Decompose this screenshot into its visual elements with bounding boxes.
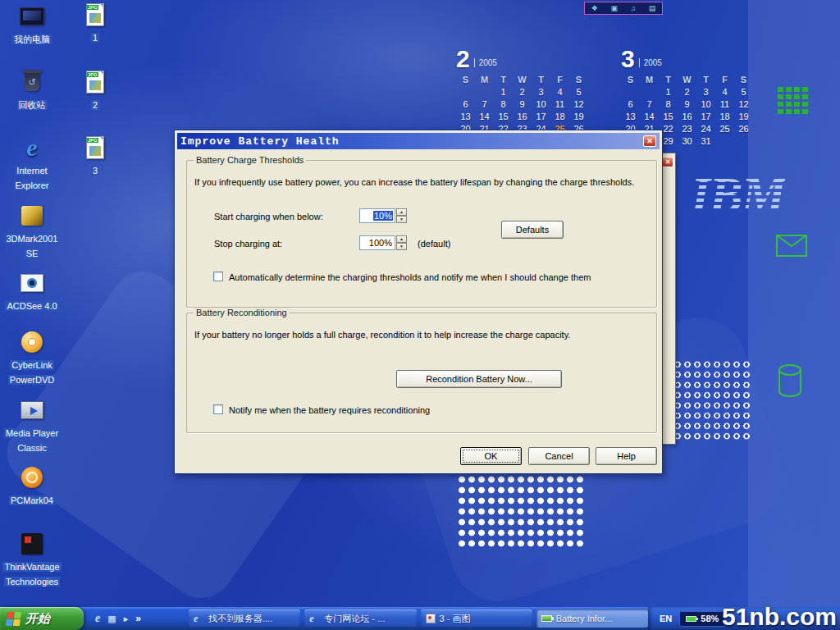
close-icon[interactable]: ✕ [662,157,673,167]
marker-icon[interactable]: ❖ [591,3,598,14]
calendar-weekday: M [475,75,494,84]
reconditioning-description: If your battery no longer holds a full c… [194,330,570,340]
calendar-weekday: T [659,75,678,84]
calendar-date: 6 [456,99,475,109]
desktop-icon-acdsee[interactable]: ACDSee 4.0 [1,270,63,313]
taskbar-task[interactable]: 专门网论坛 - ... [304,609,416,628]
improve-battery-health-dialog: Improve Battery Health ✕ Battery Charge … [174,130,663,474]
calendar-date: 15 [494,112,513,121]
default-note: (default) [418,239,450,249]
cancel-button[interactable]: Cancel [528,447,590,465]
calendar-date [640,87,659,97]
auto-determine-label: Automatically determine the charging thr… [229,272,591,282]
start-charging-input[interactable]: 10% [359,208,395,223]
ok-button[interactable]: OK [460,447,522,465]
desktop-icon-jpg-2[interactable]: JPG 2 [64,69,126,112]
icon-label: 3DMark2001 SE [5,234,60,258]
battery-task-icon [541,615,552,622]
taskbar: 开始 e ▦ ▸ » 找不到服务器....专门网论坛 - ...3 - 画图Ba… [0,607,840,630]
spin-up-icon[interactable]: ▲ [396,208,407,216]
icon-label: 我的电脑 [12,34,52,44]
battery-indicator[interactable]: 58% [679,611,725,627]
desktop-icon-pcmark04[interactable]: PCMark04 [1,464,63,507]
desktop-icon-powerdvd[interactable]: CyberLink PowerDVD [1,329,63,386]
ie-task-icon [309,613,320,625]
calendar-weekday: W [513,75,532,84]
desktop-icon-jpg-1[interactable]: JPG 1 [64,2,126,44]
close-icon[interactable]: ✕ [643,135,656,147]
desktop-icon-3dmark2001[interactable]: 3DMark2001 SE [1,203,63,260]
calendar-header: 3 2005 [621,45,753,70]
spin-down-icon[interactable]: ▼ [396,216,407,223]
notify-reconditioning-checkbox[interactable] [213,404,223,414]
calendar-weekday: F [550,75,569,84]
stop-charging-spinner: ▲ ▼ [396,235,407,250]
jpg-badge: JPG [87,72,98,77]
calendar-date: 26 [734,124,753,134]
desktop-icon-media-player-classic[interactable]: Media Player Classic [1,397,63,454]
calendar-weekday: W [678,75,696,84]
icon-label: PCMark04 [9,495,55,505]
jpg-file-icon: JPG [64,135,126,161]
watermark: 51nb.com [722,604,837,630]
calendar-weekday: S [569,75,588,84]
thumbnail [89,146,101,156]
task-label: 3 - 画图 [440,613,471,625]
desktop-icon-internet-explorer[interactable]: e Internet Explorer [1,135,63,192]
calendar-date: 25 [715,124,734,134]
dialog-titlebar[interactable]: Improve Battery Health ✕ [177,133,660,149]
help-button[interactable]: Help [596,447,657,465]
icon-label: Internet Explorer [14,166,51,190]
page-fold [99,3,104,8]
calendar-weekday: S [621,75,640,84]
ie-quicklaunch-icon[interactable]: e [95,612,100,625]
stop-charging-input[interactable]: 100% [359,235,395,250]
desktop-icon-recycle-bin[interactable]: 回收站 [1,69,63,112]
spin-up-icon[interactable]: ▲ [396,235,407,243]
recondition-battery-button[interactable]: Recondition Battery Now... [396,370,562,388]
calendar-date: 17 [696,112,715,121]
media-player-classic-icon [1,397,63,423]
jpg-badge: JPG [87,138,98,143]
notify-reconditioning-label: Notify me when the battery requires reco… [229,405,430,415]
icon-label: ThinkVantage Technologies [2,562,61,587]
icon-label: Media Player Classic [4,428,60,453]
taskbar-task[interactable]: 找不到服务器.... [189,609,300,628]
auto-determine-checkbox[interactable] [213,272,223,281]
internet-explorer-icon: e [1,135,63,161]
3dmark-icon [1,203,63,229]
calendar-date: 5 [734,87,753,97]
language-indicator[interactable]: EN [660,614,672,623]
list-icon[interactable]: ▤ [649,3,656,14]
desktop-icon-thinkvantage[interactable]: ThinkVantage Technologies [1,531,63,588]
calendar-month: 2 [456,48,470,70]
floating-toolbar[interactable]: ❖ ▣ ♫ ▤ [584,2,663,15]
calendar-date: 18 [715,112,734,121]
show-desktop-quicklaunch-icon[interactable]: ▦ [107,614,116,624]
desktop-icon-jpg-3[interactable]: JPG 3 [64,135,126,177]
calendar-date [621,87,640,97]
jpg-badge: JPG [87,5,98,10]
quicklaunch-overflow-chevron[interactable]: » [135,613,141,624]
calendar-date: 24 [696,124,715,134]
calendar-weekday: S [456,75,475,84]
player-quicklaunch-icon[interactable]: ▸ [124,614,129,624]
sound-icon[interactable]: ♫ [630,3,636,14]
calendar-date: 19 [734,112,753,121]
group-title: Battery Reconditioning [194,308,290,317]
calendar-weekday: T [532,75,550,84]
taskbar-task[interactable]: Battery Infor... [536,609,648,628]
desktop-icon-my-computer[interactable]: 我的电脑 [1,3,63,46]
defaults-button[interactable]: Defaults [501,221,564,239]
calendar-date: 30 [678,136,696,146]
display-icon[interactable]: ▣ [610,3,618,14]
spin-down-icon[interactable]: ▼ [396,243,407,250]
calendar-date: 13 [621,112,640,121]
taskbar-task[interactable]: 3 - 画图 [421,609,532,628]
start-button[interactable]: 开始 [0,607,84,630]
jpg-file-icon: JPG [64,2,126,28]
calendar-date: 18 [550,112,569,121]
calendar-date: 8 [494,99,513,109]
jpg-file-icon: JPG [64,69,126,95]
battery-icon [686,616,696,622]
